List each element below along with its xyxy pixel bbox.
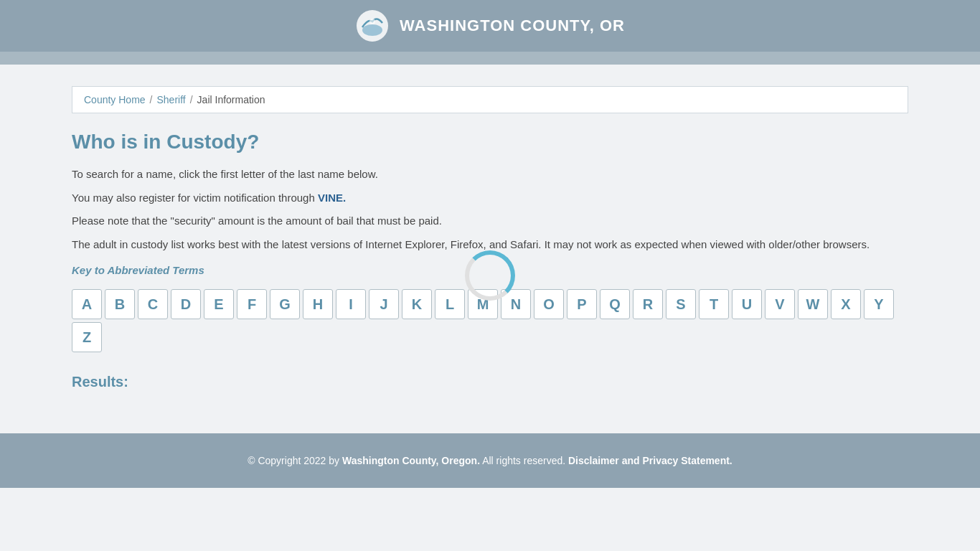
letter-btn-k[interactable]: K: [402, 289, 432, 319]
subheader-strip: [0, 52, 980, 65]
site-title: WASHINGTON COUNTY, OR: [400, 17, 625, 35]
letter-btn-m[interactable]: M: [468, 289, 498, 319]
footer-copyright: © Copyright 2022 by: [248, 455, 342, 466]
breadcrumb-county-home[interactable]: County Home: [84, 94, 146, 105]
letter-btn-q[interactable]: Q: [600, 289, 630, 319]
letter-btn-r[interactable]: R: [633, 289, 663, 319]
breadcrumb: County Home / Sheriff / Jail Information: [72, 86, 908, 113]
letter-btn-s[interactable]: S: [666, 289, 696, 319]
site-header: WASHINGTON COUNTY, OR: [0, 0, 980, 52]
letter-grid: ABCDEFGHIJKLMNOPQRSTUVWXYZ: [72, 289, 908, 352]
breadcrumb-sheriff[interactable]: Sheriff: [156, 94, 185, 105]
letter-btn-c[interactable]: C: [138, 289, 168, 319]
letter-btn-v[interactable]: V: [765, 289, 795, 319]
description-4: The adult in custody list works best wit…: [72, 237, 908, 253]
vine-link[interactable]: VINE.: [318, 192, 346, 204]
letter-btn-p[interactable]: P: [567, 289, 597, 319]
letter-btn-o[interactable]: O: [534, 289, 564, 319]
letter-btn-e[interactable]: E: [204, 289, 234, 319]
svg-point-2: [369, 19, 375, 24]
letter-btn-j[interactable]: J: [369, 289, 399, 319]
letter-btn-f[interactable]: F: [237, 289, 267, 319]
letter-btn-h[interactable]: H: [303, 289, 333, 319]
description-2: You may also register for victim notific…: [72, 190, 908, 207]
breadcrumb-current: Jail Information: [197, 94, 265, 105]
letter-btn-y[interactable]: Y: [864, 289, 894, 319]
letter-btn-z[interactable]: Z: [72, 322, 102, 352]
desc2-prefix: You may also register for victim notific…: [72, 192, 318, 204]
breadcrumb-sep-2: /: [190, 94, 193, 105]
letter-btn-g[interactable]: G: [270, 289, 300, 319]
description-1: To search for a name, click the first le…: [72, 166, 908, 183]
letter-btn-a[interactable]: A: [72, 289, 102, 319]
main-content: Who is in Custody? To search for a name,…: [72, 131, 908, 390]
abbreviated-terms-link[interactable]: Key to Abbreviated Terms: [72, 264, 204, 276]
county-logo-icon: [355, 9, 390, 43]
letter-btn-w[interactable]: W: [798, 289, 828, 319]
description-3: Please note that the "security" amount i…: [72, 213, 908, 230]
letter-btn-n[interactable]: N: [501, 289, 531, 319]
letter-btn-x[interactable]: X: [831, 289, 861, 319]
footer-rights: All rights reserved.: [480, 455, 568, 466]
letter-btn-l[interactable]: L: [435, 289, 465, 319]
letter-btn-i[interactable]: I: [336, 289, 366, 319]
page-title: Who is in Custody?: [72, 131, 908, 154]
letter-btn-d[interactable]: D: [171, 289, 201, 319]
letter-btn-t[interactable]: T: [699, 289, 729, 319]
svg-point-1: [362, 24, 382, 36]
footer-org: Washington County, Oregon.: [342, 455, 480, 466]
results-label: Results:: [72, 374, 908, 390]
letter-btn-b[interactable]: B: [105, 289, 135, 319]
breadcrumb-sep-1: /: [150, 94, 153, 105]
letter-btn-u[interactable]: U: [732, 289, 762, 319]
site-footer: © Copyright 2022 by Washington County, O…: [0, 433, 980, 488]
disclaimer-link[interactable]: Disclaimer and Privacy Statement.: [568, 455, 732, 466]
